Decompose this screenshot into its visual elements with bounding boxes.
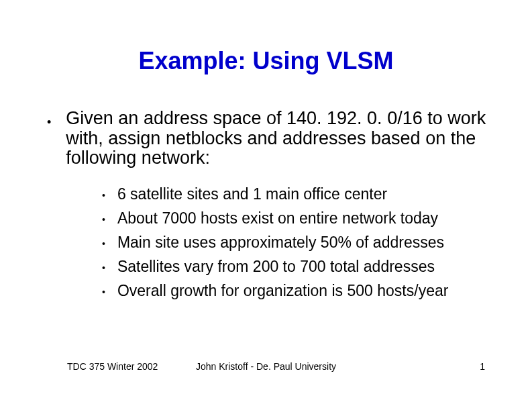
footer-page-number: 1 [480, 361, 485, 372]
slide-title: Example: Using VLSM [40, 47, 492, 75]
sub-bullet-text: Satellites vary from 200 to 700 total ad… [117, 257, 435, 277]
bullet-icon: • [102, 262, 105, 273]
sub-bullet-text: Main site uses approximately 50% of addr… [117, 233, 444, 253]
bullet-icon: • [47, 115, 51, 130]
sub-bullet-text: Overall growth for organization is 500 h… [117, 281, 448, 301]
sub-bullet: • Overall growth for organization is 500… [102, 281, 492, 301]
sub-bullet-text: About 7000 hosts exist on entire network… [117, 209, 438, 229]
footer-left: TDC 375 Winter 2002 [67, 361, 158, 372]
sub-bullet-list: • 6 satellite sites and 1 main office ce… [40, 185, 492, 301]
sub-bullet: • Satellites vary from 200 to 700 total … [102, 257, 492, 277]
sub-bullet: • About 7000 hosts exist on entire netwo… [102, 209, 492, 229]
main-bullet-text: Given an address space of 140. 192. 0. 0… [66, 109, 492, 168]
bullet-icon: • [102, 214, 105, 225]
bullet-icon: • [102, 238, 105, 249]
bullet-icon: • [102, 287, 105, 297]
main-bullet: • Given an address space of 140. 192. 0.… [40, 109, 492, 168]
sub-bullet: • Main site uses approximately 50% of ad… [102, 233, 492, 253]
bullet-icon: • [102, 190, 105, 201]
sub-bullet-text: 6 satellite sites and 1 main office cent… [117, 185, 387, 205]
slide: Example: Using VLSM • Given an address s… [0, 0, 532, 400]
footer-center: John Kristoff - De. Paul University [196, 361, 336, 372]
footer: TDC 375 Winter 2002 John Kristoff - De. … [0, 361, 532, 372]
sub-bullet: • 6 satellite sites and 1 main office ce… [102, 185, 492, 205]
